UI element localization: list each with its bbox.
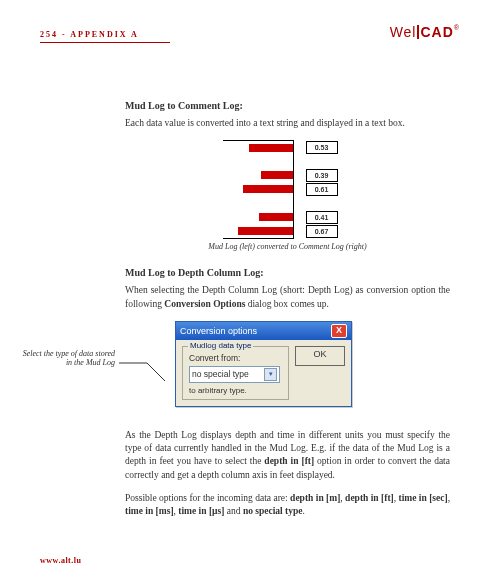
mudlog-caption: Mud Log (left) converted to Comment Log … xyxy=(125,242,450,251)
p4m: . xyxy=(303,506,305,516)
section-2-text: When selecting the Depth Column Log (sho… xyxy=(125,284,450,311)
mudlog-row: 0.41 xyxy=(223,210,353,224)
p4b: depth in [m] xyxy=(290,493,340,503)
sec2-c: dialog box comes up. xyxy=(245,299,329,309)
dialog-titlebar[interactable]: Conversion options X xyxy=(176,322,351,340)
section-2-title: Mud Log to Depth Column Log: xyxy=(125,267,450,278)
brand-logo: WelCAD® xyxy=(390,24,460,40)
select-value: no special type xyxy=(192,369,249,379)
close-icon[interactable]: X xyxy=(331,324,347,338)
conversion-options-dialog: Conversion options X Mudlog data type Co… xyxy=(175,321,352,407)
bar-area xyxy=(223,196,294,210)
para-3: As the Depth Log displays depth and time… xyxy=(125,429,450,482)
mudlog-row: 0.61 xyxy=(223,182,353,196)
red-bar xyxy=(259,213,293,221)
bar-area xyxy=(223,154,294,168)
mudlog-data-type-group: Mudlog data type Convert from: no specia… xyxy=(182,346,289,400)
red-bar xyxy=(243,185,293,193)
mudlog-figure: 0.530.390.610.410.67 xyxy=(223,140,353,238)
value-box: 0.39 xyxy=(306,169,338,182)
mudlog-row: 0.39 xyxy=(223,168,353,182)
value-box: 0.67 xyxy=(306,225,338,238)
section-1-text: Each data value is converted into a text… xyxy=(125,117,450,130)
p4l: no special type xyxy=(243,506,303,516)
convert-from-label: Convert from: xyxy=(189,353,282,363)
p4f: time in [sec] xyxy=(399,493,448,503)
group-legend: Mudlog data type xyxy=(188,341,253,350)
p3b: depth in [ft] xyxy=(264,456,314,466)
mudlog-row xyxy=(223,196,353,210)
bar-area xyxy=(223,182,294,196)
p4g: , xyxy=(448,493,450,503)
red-bar xyxy=(238,227,293,235)
p4a: Possible options for the incoming data a… xyxy=(125,493,290,503)
bar-area xyxy=(223,168,294,182)
brand-cad: CAD xyxy=(420,24,453,40)
p4h: time in [ms] xyxy=(125,506,174,516)
red-bar xyxy=(261,171,293,179)
value-box: 0.61 xyxy=(306,183,338,196)
pointer-line-icon xyxy=(119,361,169,385)
to-arbitrary-label: to arbitrary type. xyxy=(189,386,282,395)
side-note: Select the type of data stored in the Mu… xyxy=(20,349,115,368)
value-box: 0.41 xyxy=(306,211,338,224)
dialog-title: Conversion options xyxy=(180,326,257,336)
bar-area xyxy=(223,224,294,239)
value-box: 0.53 xyxy=(306,141,338,154)
data-type-select[interactable]: no special type ▾ xyxy=(189,366,280,383)
p4j: time in [µs] xyxy=(178,506,224,516)
sec2-b: Conversion Options xyxy=(164,299,245,309)
brand-registered: ® xyxy=(454,24,460,31)
mudlog-row xyxy=(223,154,353,168)
bar-area xyxy=(223,210,294,224)
page-header: 254 - APPENDIX A WelCAD® xyxy=(40,24,460,40)
mudlog-row: 0.67 xyxy=(223,224,353,238)
chevron-down-icon[interactable]: ▾ xyxy=(264,368,277,381)
para-4: Possible options for the incoming data a… xyxy=(125,492,450,519)
footer-url: www.alt.lu xyxy=(40,556,81,565)
mudlog-row: 0.53 xyxy=(223,140,353,154)
bar-area xyxy=(223,140,294,155)
section-1-title: Mud Log to Comment Log: xyxy=(125,100,450,111)
red-bar xyxy=(249,144,293,152)
brand-well: Wel xyxy=(390,24,417,40)
p4k: and xyxy=(224,506,242,516)
ok-button[interactable]: OK xyxy=(295,346,345,366)
p4d: depth in [ft] xyxy=(345,493,394,503)
header-page-label: 254 - APPENDIX A xyxy=(40,30,139,39)
